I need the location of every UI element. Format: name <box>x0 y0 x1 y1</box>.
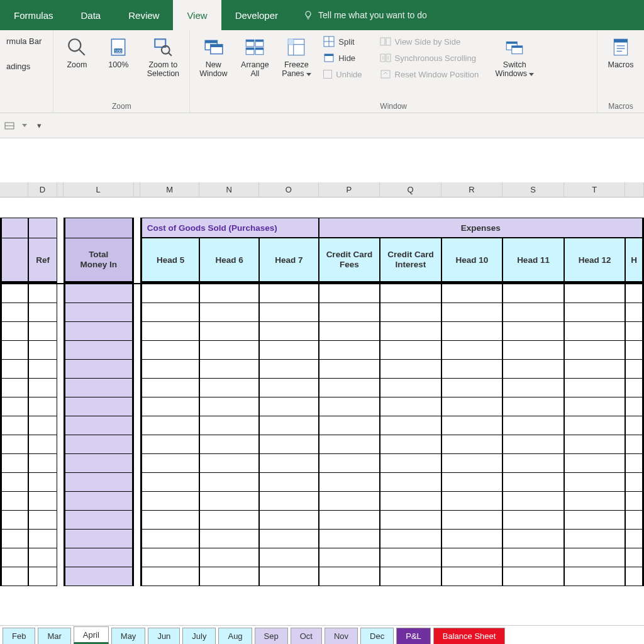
view-side-by-side-button: View Side by Side <box>377 34 482 49</box>
sheet-tab-july[interactable]: July <box>182 628 216 644</box>
new-window-button[interactable]: New Window <box>194 31 233 79</box>
col-header-s[interactable]: S <box>502 182 564 197</box>
freeze-panes-icon <box>286 36 307 58</box>
tab-review[interactable]: Review <box>114 0 173 30</box>
column-headers[interactable]: D L M N O P Q R S T <box>0 182 644 197</box>
sheet-tab-sep[interactable]: Sep <box>255 628 288 644</box>
split-button[interactable]: Split <box>321 34 364 49</box>
table-row[interactable] <box>0 341 644 360</box>
arrange-all-button[interactable]: Arrange All <box>235 31 274 79</box>
chevron-down-icon[interactable] <box>22 124 27 127</box>
sheet-tab-oct[interactable]: Oct <box>291 628 322 644</box>
col-header-r[interactable]: R <box>441 182 503 197</box>
col-header-p[interactable]: P <box>319 182 380 197</box>
ribbon-tabs: Formulas Data Review View Developer Tell… <box>0 0 644 30</box>
split-icon <box>323 36 335 47</box>
sheet-tab-may[interactable]: May <box>111 628 146 644</box>
table-row[interactable] <box>0 548 644 567</box>
switch-windows-button[interactable]: Switch Windows <box>491 31 538 79</box>
header-ref: Ref <box>28 238 57 283</box>
macros-icon <box>610 36 631 58</box>
lightbulb-icon <box>303 10 313 20</box>
formula-bar-checkbox[interactable]: rmula Bar <box>6 34 42 48</box>
col-header-d[interactable]: D <box>28 182 57 197</box>
header-exp-col: H <box>625 238 644 283</box>
zoom-button[interactable]: Zoom <box>57 31 96 69</box>
group-label-window: Window <box>194 101 593 113</box>
tell-me-search[interactable]: Tell me what you want to do <box>292 0 438 30</box>
group-label-zoom: Zoom <box>57 101 186 113</box>
reset-position-icon <box>380 69 391 80</box>
tab-view[interactable]: View <box>173 0 221 30</box>
col-header-m[interactable]: M <box>140 182 200 197</box>
svg-rect-17 <box>247 48 255 50</box>
ribbon: rmula Bar adings Zoom 100 100% Zoom to S… <box>0 30 644 113</box>
table-row[interactable] <box>0 397 644 416</box>
tab-data[interactable]: Data <box>67 0 115 30</box>
table-row[interactable] <box>0 511 644 530</box>
tab-developer[interactable]: Developer <box>221 0 292 30</box>
sheet-tab-feb[interactable]: Feb <box>3 628 35 644</box>
hide-button[interactable]: Hide <box>321 50 364 65</box>
arrange-all-icon <box>244 36 265 58</box>
header-exp-col: Credit CardFees <box>319 238 380 283</box>
table-row[interactable] <box>0 567 644 586</box>
table-row[interactable] <box>0 303 644 322</box>
col-header-q[interactable]: Q <box>380 182 441 197</box>
svg-rect-19 <box>255 48 264 50</box>
zoom-to-selection-button[interactable]: Zoom to Selection <box>140 31 186 79</box>
ribbon-group-macros: Macros Macros <box>597 30 644 113</box>
page-100-icon: 100 <box>108 36 129 58</box>
table-row[interactable] <box>0 379 644 397</box>
hide-icon <box>323 52 335 64</box>
spreadsheet[interactable]: D L M N O P Q R S T Cost of Goods Sold (… <box>0 138 644 625</box>
header-cogs-col: Head 5 <box>140 238 200 283</box>
header-cogs-col: Head 6 <box>199 238 259 283</box>
svg-rect-13 <box>247 40 255 42</box>
sheet-tab-dec[interactable]: Dec <box>360 628 394 644</box>
sync-scroll-icon <box>380 52 391 64</box>
sheet-tab-april[interactable]: April <box>74 626 109 644</box>
freeze-panes-button[interactable]: Freeze Panes <box>277 31 316 79</box>
new-window-icon <box>203 36 224 58</box>
macros-button[interactable]: Macros <box>601 31 640 69</box>
tab-formulas[interactable]: Formulas <box>0 0 67 30</box>
svg-point-0 <box>69 39 81 51</box>
col-header-n[interactable]: N <box>199 182 259 197</box>
quick-access-row: ▾ <box>0 113 644 138</box>
table-row[interactable] <box>0 454 644 473</box>
table-row[interactable] <box>0 416 644 435</box>
header-cogs-col: Head 7 <box>259 238 319 283</box>
table-row[interactable] <box>0 435 644 454</box>
sheet-tab-aug[interactable]: Aug <box>218 628 252 644</box>
table-row[interactable] <box>0 322 644 341</box>
col-header-l[interactable]: L <box>64 182 134 197</box>
qat-icon[interactable] <box>4 120 15 131</box>
table-row[interactable] <box>0 360 644 379</box>
table-row[interactable] <box>0 284 644 303</box>
header-exp-col: Credit CardInterest <box>380 238 441 283</box>
grid-body[interactable] <box>0 283 644 586</box>
sheet-tab-balance-sheet[interactable]: Balance Sheet <box>433 628 506 644</box>
sheet-tab-jun[interactable]: Jun <box>148 628 180 644</box>
svg-rect-39 <box>614 39 627 42</box>
headings-checkbox[interactable]: adings <box>6 59 42 73</box>
col-header-t[interactable]: T <box>564 182 626 197</box>
table-row[interactable] <box>0 492 644 511</box>
sheet-tab-mar[interactable]: Mar <box>38 628 70 644</box>
col-header[interactable] <box>0 182 28 197</box>
chevron-down-icon <box>306 73 311 76</box>
zoom-100-button[interactable]: 100 100% <box>99 31 138 69</box>
sheet-tab-pnl[interactable]: P&L <box>396 628 431 644</box>
svg-rect-23 <box>289 39 294 45</box>
table-row[interactable] <box>0 530 644 548</box>
svg-rect-30 <box>386 38 391 45</box>
sheet-tab-nov[interactable]: Nov <box>325 628 358 644</box>
synchronous-scrolling-button: Synchronous Scrolling <box>377 50 482 65</box>
ribbon-group-zoom: Zoom 100 100% Zoom to Selection Zoom <box>53 30 190 113</box>
col-header-o[interactable]: O <box>259 182 319 197</box>
col-header[interactable] <box>625 182 644 197</box>
magnifier-icon <box>66 36 87 58</box>
table-row[interactable] <box>0 473 644 492</box>
svg-rect-35 <box>506 42 517 44</box>
